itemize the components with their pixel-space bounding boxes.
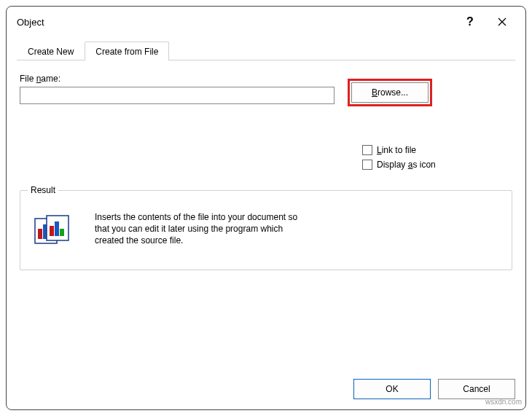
dialog-content: Create New Create from File File name: B… bbox=[7, 36, 525, 372]
display-as-icon-checkbox[interactable] bbox=[362, 160, 372, 170]
help-icon: ? bbox=[466, 16, 474, 28]
result-legend: Result bbox=[28, 185, 58, 195]
svg-rect-9 bbox=[60, 229, 64, 236]
dialog-title: Object bbox=[17, 17, 44, 28]
cancel-button[interactable]: Cancel bbox=[438, 379, 515, 399]
tabpage-create-from-file: File name: Browse... Link to file bbox=[17, 60, 515, 363]
help-button[interactable]: ? bbox=[454, 12, 486, 31]
object-dialog: Object ? Create New Create from File Fil… bbox=[6, 6, 526, 410]
svg-rect-8 bbox=[55, 221, 59, 236]
close-button[interactable] bbox=[486, 12, 518, 31]
link-to-file-row[interactable]: Link to file bbox=[362, 145, 512, 155]
display-as-icon-label: Display as icon bbox=[377, 160, 436, 170]
close-icon bbox=[498, 17, 506, 26]
tab-create-from-file[interactable]: Create from File bbox=[85, 42, 169, 60]
filename-row: File name: Browse... bbox=[20, 74, 512, 104]
options-block: Link to file Display as icon bbox=[362, 145, 512, 174]
dialog-footer: OK Cancel bbox=[7, 372, 525, 409]
ok-button[interactable]: OK bbox=[353, 379, 431, 399]
browse-highlight: Browse... bbox=[348, 79, 432, 106]
embed-file-icon bbox=[34, 214, 71, 248]
browse-button[interactable]: Browse... bbox=[351, 82, 429, 103]
filename-label: File name: bbox=[20, 74, 335, 84]
result-group: Result Inserts the contents of the file … bbox=[20, 190, 512, 270]
svg-rect-7 bbox=[50, 226, 54, 236]
filename-input[interactable] bbox=[20, 87, 335, 104]
display-as-icon-row[interactable]: Display as icon bbox=[362, 160, 512, 170]
link-to-file-checkbox[interactable] bbox=[362, 145, 372, 155]
svg-rect-3 bbox=[38, 229, 42, 239]
result-text: Inserts the contents of the file into yo… bbox=[95, 211, 313, 247]
titlebar: Object ? bbox=[7, 7, 525, 36]
link-to-file-label: Link to file bbox=[377, 145, 416, 155]
tabstrip: Create New Create from File bbox=[17, 40, 515, 60]
tab-create-new[interactable]: Create New bbox=[17, 42, 85, 60]
